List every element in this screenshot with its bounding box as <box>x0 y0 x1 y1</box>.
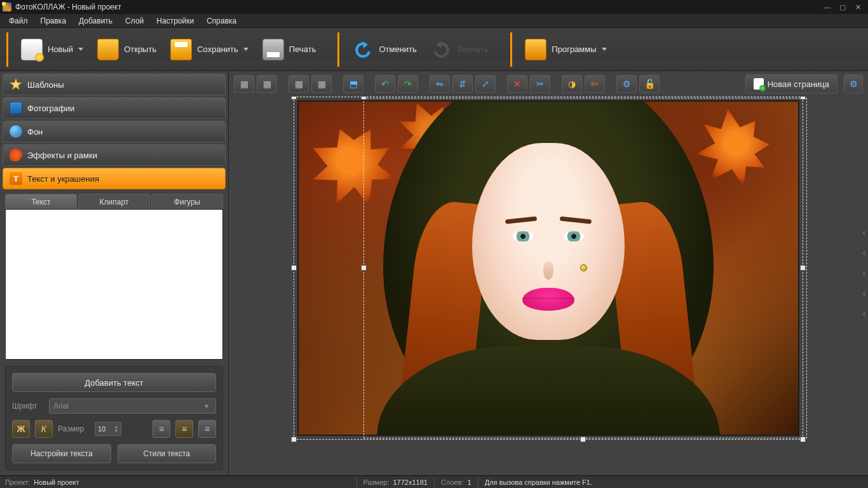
accordion-photos[interactable]: Фотографии <box>3 97 226 119</box>
rotate-right-button[interactable]: ↷ <box>398 75 418 93</box>
font-value: Arial <box>53 402 69 410</box>
bring-front-button[interactable]: ▦ <box>234 75 254 93</box>
chevron-down-icon: ▾ <box>201 402 212 410</box>
main-toolbar: Новый Открыть Сохранить Печать Отменить … <box>0 28 868 71</box>
text-preview <box>5 209 223 360</box>
lock-button[interactable]: 🔓 <box>639 75 660 93</box>
handle-w[interactable] <box>291 265 297 271</box>
new-page-button[interactable]: + Новая страница <box>745 74 837 93</box>
chevron-down-icon <box>78 48 83 51</box>
open-button[interactable]: Открыть <box>92 36 161 63</box>
viewport[interactable] <box>229 97 868 475</box>
color-button[interactable]: ◑ <box>562 75 582 93</box>
open-label: Открыть <box>124 44 156 54</box>
save-button[interactable]: Сохранить <box>165 36 254 63</box>
handle-n[interactable] <box>361 97 367 100</box>
accordion-templates[interactable]: Шаблоны <box>3 74 226 95</box>
page-settings-button[interactable]: ⚙ <box>844 74 863 93</box>
align-button[interactable]: ⬒ <box>343 75 363 93</box>
handle-ne[interactable] <box>800 97 806 100</box>
layer-up-button[interactable]: ▦ <box>288 75 309 93</box>
print-label: Печать <box>289 44 316 54</box>
redo-icon <box>431 39 452 60</box>
side-tabs[interactable]: ‹ ‹ ‹ ‹ ‹ <box>860 228 868 318</box>
handle-se[interactable] <box>800 437 806 442</box>
box-icon <box>525 39 546 60</box>
chevron-left-icon[interactable]: ‹ <box>860 248 868 257</box>
menu-edit[interactable]: Правка <box>34 15 73 27</box>
close-button[interactable]: ✕ <box>850 2 865 12</box>
undo-button[interactable]: Отменить <box>347 36 421 63</box>
flip-v-button[interactable]: ⇵ <box>452 75 473 93</box>
folder-open-icon <box>97 39 119 60</box>
delete-button[interactable]: ✕ <box>507 75 527 93</box>
text-settings-button[interactable]: Настройки текста <box>12 444 111 463</box>
align-right-button[interactable]: ≡ <box>198 420 216 438</box>
menubar: Файл Правка Добавить Слой Настройки Спра… <box>0 14 868 28</box>
accordion-text-decor-label: Текст и украшения <box>27 174 99 184</box>
accordion-text-decor[interactable]: T Текст и украшения <box>3 168 226 189</box>
handle-s[interactable] <box>580 437 586 442</box>
undo-icon <box>352 39 374 60</box>
add-text-button[interactable]: Добавить текст <box>12 373 216 392</box>
settings-button[interactable]: ⚙ <box>616 75 637 93</box>
align-center-button[interactable]: ≡ <box>175 420 193 438</box>
status-project-value: Новый проект <box>34 478 79 486</box>
rotation-handle[interactable] <box>580 264 587 271</box>
printer-icon <box>262 39 284 60</box>
size-input[interactable]: 10▲▼ <box>95 422 121 436</box>
handle-sw[interactable] <box>291 437 297 442</box>
menu-add[interactable]: Добавить <box>72 15 119 27</box>
accordion-background-label: Фон <box>27 127 43 137</box>
tab-text[interactable]: Текст <box>5 194 77 209</box>
new-file-icon <box>21 39 43 60</box>
new-page-label: Новая страница <box>768 79 829 89</box>
chevron-left-icon[interactable]: ‹ <box>860 228 868 237</box>
handle-inner-w[interactable] <box>361 265 367 271</box>
handle-nw[interactable] <box>291 97 297 100</box>
new-button[interactable]: Новый <box>16 36 88 63</box>
menu-layer[interactable]: Слой <box>119 15 150 27</box>
redo-button[interactable]: Вернуть <box>426 36 494 63</box>
crop-button[interactable]: ✂ <box>530 75 550 93</box>
menu-help[interactable]: Справка <box>200 15 243 27</box>
flip-h-button[interactable]: ⇋ <box>430 75 450 93</box>
canvas[interactable] <box>297 100 799 436</box>
chevron-down-icon <box>602 48 607 51</box>
accordion-background[interactable]: Фон <box>3 121 226 142</box>
handle-e[interactable] <box>800 265 806 271</box>
menu-file[interactable]: Файл <box>3 15 34 27</box>
maximize-button[interactable]: ▢ <box>835 2 850 12</box>
minimize-button[interactable]: — <box>820 2 835 12</box>
status-size-value: 1772x1181 <box>393 478 427 486</box>
print-button[interactable]: Печать <box>257 36 322 63</box>
titlebar: ФотоКОЛЛАЖ - Новый проект — ▢ ✕ <box>0 0 868 14</box>
tab-shapes[interactable]: Фигуры <box>151 194 223 209</box>
star-icon <box>10 78 22 91</box>
globe-icon <box>10 125 22 138</box>
rotate-left-button[interactable]: ↶ <box>375 75 395 93</box>
status-size-label: Размер: <box>363 478 390 486</box>
status-bar: Проект: Новый проект Размер: 1772x1181 С… <box>0 475 868 488</box>
align-left-button[interactable]: ≡ <box>153 420 170 438</box>
bold-button[interactable]: Ж <box>12 420 30 438</box>
size-label: Размер <box>58 424 90 433</box>
italic-button[interactable]: К <box>35 420 53 438</box>
font-select[interactable]: Arial ▾ <box>49 398 216 414</box>
layer-down-button[interactable]: ▦ <box>311 75 332 93</box>
chevron-left-icon[interactable]: ‹ <box>860 269 868 278</box>
fit-button[interactable]: ⤢ <box>475 75 496 93</box>
accordion-effects[interactable]: Эффекты и рамки <box>3 144 226 166</box>
accordion-effects-label: Эффекты и рамки <box>27 151 97 160</box>
chevron-left-icon[interactable]: ‹ <box>860 309 868 318</box>
new-label: Новый <box>48 44 73 54</box>
text-styles-button[interactable]: Стили текста <box>118 444 217 463</box>
scissors-button[interactable]: ✄ <box>585 75 605 93</box>
tab-clipart[interactable]: Клипарт <box>78 194 150 209</box>
chevron-left-icon[interactable]: ‹ <box>860 289 868 298</box>
menu-settings[interactable]: Настройки <box>150 15 200 27</box>
send-back-button[interactable]: ▦ <box>257 75 277 93</box>
programs-button[interactable]: Программы <box>520 36 611 63</box>
status-layers-value: 1 <box>468 478 471 486</box>
undo-label: Отменить <box>379 44 416 54</box>
